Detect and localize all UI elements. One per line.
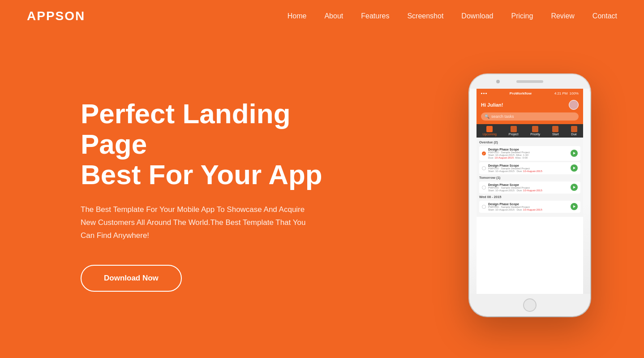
nav-link-features[interactable]: Features bbox=[361, 12, 389, 20]
tab-priority[interactable]: Priority bbox=[530, 126, 540, 136]
tab-upcoming[interactable]: Upcoming bbox=[482, 126, 497, 136]
nav-item-download[interactable]: Download bbox=[461, 12, 493, 20]
task-dates: Start: 10-August-2015 Due: 10-August-201… bbox=[488, 189, 568, 192]
user-avatar bbox=[569, 100, 579, 110]
phone-bottom-bar bbox=[469, 294, 590, 316]
screen-tabs: Upcoming Project Priority Start bbox=[477, 124, 583, 138]
task-name: Design Phase Scope bbox=[488, 203, 568, 206]
hero-text: Perfect Landing Page Best For Your App T… bbox=[81, 99, 349, 292]
nav-link-review[interactable]: Review bbox=[551, 12, 574, 20]
tab-start-icon bbox=[552, 126, 558, 132]
status-bar-info: 4:21 PM 100% bbox=[554, 91, 579, 95]
task-item[interactable]: Design Phase Scope PWF003 - Sample Detai… bbox=[479, 201, 580, 213]
tab-due-label: Due bbox=[571, 133, 577, 136]
play-button[interactable] bbox=[571, 150, 578, 157]
tab-project-label: Project bbox=[509, 133, 519, 136]
home-button[interactable] bbox=[523, 298, 537, 312]
task-name: Design Phase Scope bbox=[488, 164, 568, 167]
nav-item-pricing[interactable]: Pricing bbox=[511, 12, 533, 20]
task-checkbox[interactable] bbox=[482, 205, 486, 209]
section-wed: Wed 08 - 2015 bbox=[479, 195, 580, 199]
nav-item-review[interactable]: Review bbox=[551, 12, 574, 20]
hero-subtitle: The Best Template For Your Mobile App To… bbox=[81, 203, 313, 242]
task-list-content: Overdue (2) Design Phase Scope PWF003 - … bbox=[477, 138, 583, 217]
tab-project-icon bbox=[511, 126, 517, 132]
nav-item-features[interactable]: Features bbox=[361, 12, 389, 20]
task-checkbox[interactable] bbox=[482, 151, 486, 155]
phone-battery: 100% bbox=[570, 91, 579, 95]
task-name: Design Phase Scope bbox=[488, 148, 568, 151]
tab-priority-label: Priority bbox=[530, 133, 540, 136]
tab-upcoming-icon bbox=[486, 126, 493, 132]
task-info: Design Phase Scope PWF003 - Sample Detai… bbox=[488, 164, 568, 173]
phone-camera bbox=[496, 80, 500, 83]
task-checkbox[interactable] bbox=[482, 166, 486, 170]
screen-search-bar: 🔍 search tasks bbox=[477, 112, 583, 124]
tab-priority-icon bbox=[532, 126, 538, 132]
tab-start-label: Start bbox=[552, 133, 559, 136]
task-dates: Start: 10-August-2015 Due: 10-August-201… bbox=[488, 170, 568, 173]
phone-screen: ProWorkflow 4:21 PM 100% Hi Julian! 🔍 se… bbox=[477, 89, 583, 294]
task-item[interactable]: Design Phase Scope PWF003 - Sample Detai… bbox=[479, 181, 580, 194]
tab-due[interactable]: Due bbox=[571, 126, 577, 136]
hero-section: Perfect Landing Page Best For Your App T… bbox=[0, 32, 644, 358]
menu-icon bbox=[481, 93, 487, 94]
nav-link-contact[interactable]: Contact bbox=[592, 12, 617, 20]
nav-links: Home About Features Screenshot Download … bbox=[288, 12, 617, 20]
hero-title-line1: Perfect Landing Page bbox=[81, 98, 291, 160]
search-icon: 🔍 bbox=[485, 114, 489, 119]
play-button[interactable] bbox=[571, 184, 578, 191]
phone-outer: ProWorkflow 4:21 PM 100% Hi Julian! 🔍 se… bbox=[469, 74, 590, 316]
task-dates: Start: 10-August-2015 Due: 10-August-201… bbox=[488, 208, 568, 211]
task-item[interactable]: Design Phase Scope PWF003 - Sample Detai… bbox=[479, 146, 580, 161]
hero-title-line2: Best For Your App bbox=[81, 159, 322, 190]
nav-link-pricing[interactable]: Pricing bbox=[511, 12, 533, 20]
navbar: APPSON Home About Features Screenshot Do… bbox=[0, 0, 644, 32]
phone-time: 4:21 PM bbox=[554, 91, 568, 95]
nav-link-download[interactable]: Download bbox=[461, 12, 493, 20]
task-item[interactable]: Design Phase Scope PWF003 - Sample Detai… bbox=[479, 162, 580, 174]
task-info: Design Phase Scope PWF003 - Sample Detai… bbox=[488, 203, 568, 211]
play-button[interactable] bbox=[571, 164, 578, 172]
search-placeholder: search tasks bbox=[491, 114, 514, 119]
play-button[interactable] bbox=[571, 203, 578, 210]
nav-item-home[interactable]: Home bbox=[288, 12, 307, 20]
task-name: Design Phase Scope bbox=[488, 183, 568, 186]
screen-greeting: Hi Julian! bbox=[477, 98, 583, 112]
nav-link-screenshot[interactable]: Screenshot bbox=[407, 12, 443, 20]
task-checkbox[interactable] bbox=[482, 185, 486, 190]
screen-status-bar: ProWorkflow 4:21 PM 100% bbox=[477, 89, 583, 98]
section-tomorrow: Tomorrow (1) bbox=[479, 176, 580, 180]
phone-top-bar bbox=[469, 74, 590, 89]
tab-upcoming-label: Upcoming bbox=[482, 133, 497, 136]
nav-item-about[interactable]: About bbox=[324, 12, 343, 20]
tab-start[interactable]: Start bbox=[552, 126, 559, 136]
phone-speaker bbox=[516, 80, 543, 83]
greeting-text: Hi Julian! bbox=[481, 102, 503, 108]
nav-link-home[interactable]: Home bbox=[288, 12, 307, 20]
app-name-label: ProWorkflow bbox=[510, 91, 532, 95]
nav-item-screenshot[interactable]: Screenshot bbox=[407, 12, 443, 20]
tab-due-icon bbox=[571, 126, 577, 132]
brand-logo: APPSON bbox=[27, 9, 85, 23]
task-info: Design Phase Scope PWF003 - Sample Detai… bbox=[488, 183, 568, 192]
nav-item-contact[interactable]: Contact bbox=[592, 12, 617, 20]
download-now-button[interactable]: Download Now bbox=[81, 265, 182, 292]
task-dates: Start: 10-August-2015 Alloc: 1:30 Due: 1… bbox=[488, 154, 568, 159]
section-overdue: Overdue (2) bbox=[479, 140, 580, 144]
task-info: Design Phase Scope PWF003 - Sample Detai… bbox=[488, 148, 568, 159]
tab-project[interactable]: Project bbox=[509, 126, 519, 136]
nav-link-about[interactable]: About bbox=[324, 12, 343, 20]
phone-mockup: ProWorkflow 4:21 PM 100% Hi Julian! 🔍 se… bbox=[469, 74, 590, 316]
hero-title: Perfect Landing Page Best For Your App bbox=[81, 99, 349, 190]
